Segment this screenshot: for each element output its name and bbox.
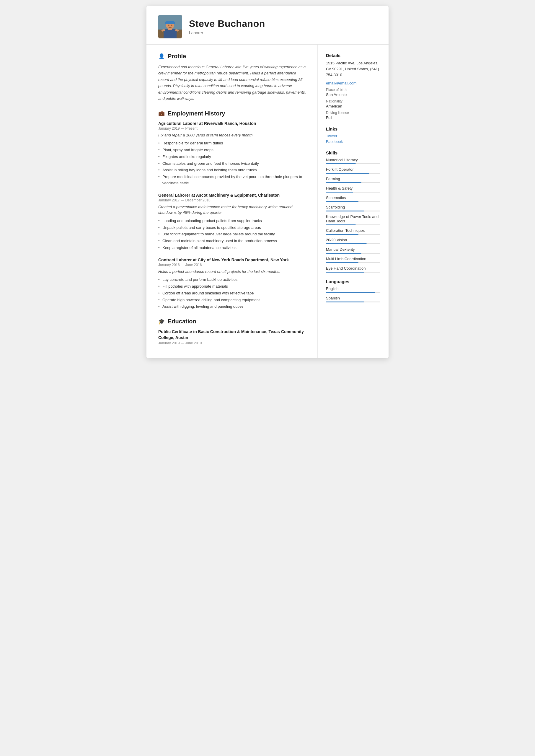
education-icon: 🎓 (158, 318, 165, 325)
job-title-0: Agricultural Laborer at Riverwalk Ranch,… (158, 121, 307, 126)
skill-bar-fill-9 (326, 253, 361, 254)
link-item-0[interactable]: Twitter (326, 134, 380, 138)
skill-bar-bg-3 (326, 192, 380, 193)
job-summary-2: Holds a perfect attendance record on all… (158, 269, 307, 275)
list-item: Keep a register of all maintenance activ… (158, 245, 307, 251)
skill-item-5: Scaffolding (326, 205, 380, 211)
job-dates-2: January 2016 — June 2016 (158, 263, 307, 267)
links-title: Links (326, 126, 380, 131)
education-section-header: 🎓 Education (158, 318, 307, 325)
skill-item-7: Calibration Techniques (326, 228, 380, 235)
svg-rect-2 (164, 29, 177, 39)
skill-bar-bg-9 (326, 253, 380, 254)
profile-section-header: 👤 Profile (158, 53, 307, 60)
skill-name-7: Calibration Techniques (326, 228, 380, 233)
skill-bar-fill-11 (326, 272, 364, 272)
svg-point-8 (171, 25, 172, 26)
skill-name-5: Scaffolding (326, 205, 380, 210)
details-address: 1515 Pacific Ave, Los Angeles, CA 90291,… (326, 60, 380, 78)
skill-bar-bg-6 (326, 224, 380, 225)
job-summary-1: Created a preventative maintenance roste… (158, 204, 307, 215)
candidate-title: Laborer (189, 30, 265, 35)
skill-item-4: Schematics (326, 195, 380, 202)
skill-bar-fill-2 (326, 182, 361, 183)
skill-item-10: Multi Limb Coordination (326, 257, 380, 263)
skill-bar-bg-4 (326, 201, 380, 202)
jobs-container: Agricultural Laborer at Riverwalk Ranch,… (158, 121, 307, 310)
list-item: Prepare medicinal compounds provided by … (158, 174, 307, 186)
skill-bar-fill-3 (326, 192, 353, 193)
nationality-value: American (326, 104, 380, 108)
svg-rect-6 (165, 22, 175, 24)
skills-container: Numerical LiteracyForklift OperatorFarmi… (326, 158, 380, 272)
skill-name-6: Knowledge of Power Tools and Hand Tools (326, 214, 380, 223)
skill-bar-bg-10 (326, 262, 380, 263)
job-bullets-0: Responsible for general farm dutiesPlant… (158, 140, 307, 186)
edu-container: Public Certificate in Basic Construction… (158, 329, 307, 345)
details-email[interactable]: email@email.com (326, 81, 380, 85)
link-item-1[interactable]: Facebook (326, 139, 380, 144)
skills-title: Skills (326, 150, 380, 155)
employment-title: Employment History (168, 110, 225, 117)
profile-title: Profile (168, 53, 186, 60)
list-item: Fix gates and locks regularly (158, 154, 307, 160)
language-name-0: English (326, 287, 380, 291)
languages-container: EnglishSpanish (326, 287, 380, 302)
employment-section-header: 💼 Employment History (158, 110, 307, 117)
skill-item-8: 20/20 Vision (326, 238, 380, 244)
list-item: Plant, spray and irrigate crops (158, 147, 307, 153)
job-dates-0: January 2019 — Present (158, 126, 307, 130)
edu-title-0: Public Certificate in Basic Construction… (158, 329, 307, 341)
edu-block-0: Public Certificate in Basic Construction… (158, 329, 307, 345)
skill-item-11: Eye Hand Coordination (326, 266, 380, 272)
skill-bar-bg-7 (326, 234, 380, 235)
skill-name-11: Eye Hand Coordination (326, 266, 380, 270)
education-title: Education (168, 318, 196, 325)
skill-name-8: 20/20 Vision (326, 238, 380, 242)
list-item: Assist in rolling hay loops and hoisting… (158, 167, 307, 173)
skill-bar-fill-10 (326, 262, 358, 263)
skill-item-0: Numerical Literacy (326, 158, 380, 164)
language-bar-bg-1 (326, 301, 380, 302)
skill-bar-fill-7 (326, 234, 358, 235)
skill-name-4: Schematics (326, 195, 380, 200)
list-item: Unpack pallets and carry boxes to specif… (158, 225, 307, 231)
job-block-2: Contract Laborer at City of New York Roa… (158, 258, 307, 310)
skill-bar-bg-11 (326, 272, 380, 272)
place-of-birth-label: Place of birth (326, 88, 380, 92)
place-of-birth-value: San Antonio (326, 93, 380, 97)
skill-bar-bg-0 (326, 163, 380, 164)
edu-dates-0: January 2019 — June 2019 (158, 341, 307, 345)
job-title-1: General Laborer at Ascot Machinery & Equ… (158, 193, 307, 198)
skill-bar-bg-8 (326, 243, 380, 244)
list-item: Clean and maintain plant machinery used … (158, 238, 307, 244)
list-item: Responsible for general farm duties (158, 140, 307, 147)
left-column: 👤 Profile Experienced and tenacious Gene… (147, 44, 318, 358)
skill-item-3: Health & Safety (326, 186, 380, 193)
candidate-name: Steve Buchanon (189, 18, 265, 29)
language-name-1: Spanish (326, 296, 380, 300)
resume-header: Steve Buchanon Laborer (147, 6, 388, 44)
job-dates-1: January 2017 — December 2018 (158, 198, 307, 202)
language-item-0: English (326, 287, 380, 293)
driving-value: Full (326, 116, 380, 120)
languages-title: Languages (326, 279, 380, 284)
skill-name-1: Forklift Operator (326, 167, 380, 172)
language-bar-bg-0 (326, 292, 380, 293)
details-title: Details (326, 53, 380, 58)
skill-bar-fill-4 (326, 201, 358, 202)
list-item: Fill potholes with appropriate materials (158, 284, 307, 290)
header-info: Steve Buchanon Laborer (189, 18, 265, 35)
job-bullets-1: Loading and unloading product pallets fr… (158, 218, 307, 251)
languages-section: Languages EnglishSpanish (326, 279, 380, 302)
skill-bar-fill-0 (326, 163, 356, 164)
skill-item-9: Manual Dexterity (326, 247, 380, 254)
skills-section: Skills Numerical LiteracyForklift Operat… (326, 150, 380, 272)
skill-name-0: Numerical Literacy (326, 158, 380, 162)
list-item: Cordon off areas around sinkholes with r… (158, 290, 307, 296)
skill-name-2: Farming (326, 177, 380, 181)
list-item: Clean stables and groom and feed the hor… (158, 161, 307, 167)
skill-item-6: Knowledge of Power Tools and Hand Tools (326, 214, 380, 225)
links-section: Links TwitterFacebook (326, 126, 380, 144)
job-bullets-2: Lay concrete and perform backhoe activit… (158, 277, 307, 310)
